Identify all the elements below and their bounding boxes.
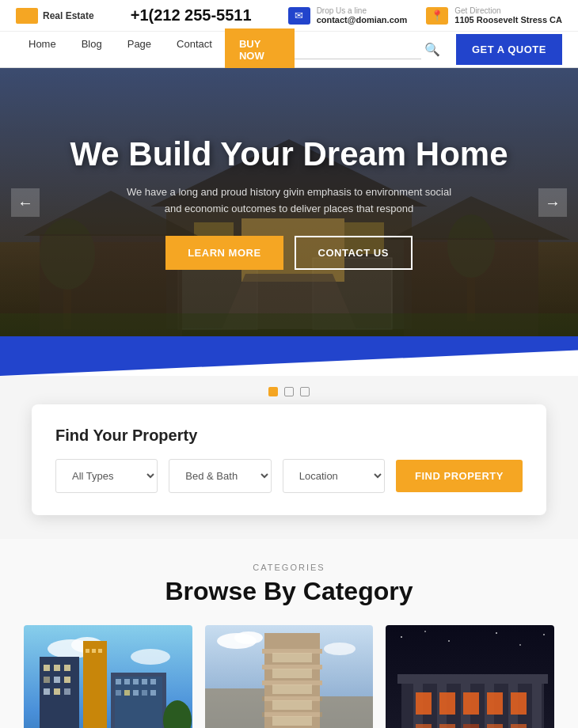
svg-rect-28 [44, 677, 50, 683]
svg-point-54 [234, 631, 263, 644]
search-panel-title: Find Your Property [55, 427, 523, 445]
svg-rect-71 [205, 688, 264, 728]
svg-rect-46 [124, 690, 130, 696]
nav-contact[interactable]: Contact [164, 28, 225, 71]
svg-point-75 [401, 636, 402, 638]
navbar: Home Blog Page Contact BUY NOW 🔍 GET A Q… [0, 32, 578, 68]
location-icon: 📍 [426, 7, 448, 25]
bed-select[interactable]: Bed & Bath 1 Bed 2 Beds 3 Beds [169, 459, 271, 493]
svg-point-78 [496, 632, 497, 634]
nav-blog[interactable]: Blog [69, 28, 115, 71]
category-item-3[interactable] [386, 625, 554, 728]
svg-rect-49 [150, 690, 156, 696]
category-image-2 [205, 625, 374, 728]
svg-rect-43 [142, 679, 147, 684]
search-input[interactable] [295, 40, 421, 59]
category-grid [24, 625, 554, 728]
email-contact: ✉ Drop Us a line contact@domian.com [288, 6, 408, 25]
hero-title: We Build Your Dream Home [70, 135, 508, 173]
svg-rect-68 [272, 716, 312, 726]
svg-rect-34 [83, 641, 107, 728]
svg-point-76 [424, 631, 426, 632]
svg-rect-25 [44, 665, 50, 671]
address-value: 1105 Roosevelt Stress CA [454, 15, 562, 25]
svg-rect-40 [116, 679, 121, 684]
top-bar: Real Estate +1(212 255-5511 ✉ Drop Us a … [0, 0, 578, 32]
phone-number: +1(212 255-5511 [131, 6, 252, 25]
search-panel: Find Your Property All Types House Apart… [32, 404, 546, 515]
nav-page[interactable]: Page [115, 28, 164, 71]
svg-rect-44 [150, 679, 156, 684]
hero-buttons: LEARN MORE CONTACT US [70, 236, 508, 270]
svg-rect-93 [511, 692, 527, 715]
contact-us-button[interactable]: CONTACT US [295, 236, 413, 270]
email-value: contact@domian.com [317, 15, 408, 25]
hero-blue-bar [0, 336, 578, 376]
search-row: All Types House Apartment Commercial Bed… [55, 459, 523, 493]
svg-rect-89 [416, 692, 432, 715]
svg-rect-67 [272, 700, 312, 710]
svg-rect-30 [64, 677, 70, 683]
hero-prev-button[interactable]: ← [11, 188, 40, 217]
hero-section: We Build Your Dream Home We have a long … [0, 68, 578, 337]
svg-point-55 [324, 643, 356, 655]
location-select[interactable]: Location New York Los Angeles Chicago [283, 459, 385, 493]
location-contact: 📍 Get Direction 1105 Roosevelt Stress CA [426, 6, 562, 25]
contact-info: ✉ Drop Us a line contact@domian.com 📍 Ge… [288, 6, 562, 25]
svg-rect-95 [439, 724, 455, 728]
svg-rect-42 [133, 679, 139, 684]
email-icon: ✉ [288, 7, 310, 25]
svg-rect-65 [272, 669, 312, 678]
svg-rect-47 [133, 690, 139, 696]
svg-rect-35 [86, 649, 89, 653]
svg-rect-37 [98, 649, 102, 653]
svg-rect-45 [116, 690, 121, 696]
categories-section: CATEGORIES Browse By Category [0, 539, 578, 728]
svg-rect-97 [487, 724, 503, 728]
logo: Real Estate [16, 8, 94, 24]
svg-rect-31 [44, 688, 50, 695]
nav-links: Home Blog Page Contact BUY NOW [16, 28, 295, 71]
nav-buy-now[interactable]: BUY NOW [225, 28, 295, 71]
svg-rect-36 [92, 649, 96, 653]
svg-point-79 [519, 644, 521, 646]
directions-label: Get Direction [454, 6, 562, 15]
nav-home[interactable]: Home [16, 28, 69, 71]
main-content: Find Your Property All Types House Apart… [0, 404, 578, 728]
hero-subtitle: We have a long and proud history givin e… [123, 184, 455, 218]
category-item-1[interactable] [24, 625, 192, 728]
svg-rect-72 [320, 696, 374, 728]
svg-rect-48 [142, 690, 147, 696]
svg-rect-92 [487, 692, 503, 715]
svg-rect-88 [532, 681, 542, 728]
type-select[interactable]: All Types House Apartment Commercial [55, 459, 158, 493]
hero-content: We Build Your Dream Home We have a long … [22, 135, 555, 271]
find-property-button[interactable]: FIND PROPERTY [396, 460, 523, 492]
svg-point-23 [131, 649, 170, 665]
category-image-3 [386, 625, 554, 728]
hero-next-button[interactable]: → [538, 188, 567, 217]
learn-more-button[interactable]: LEARN MORE [165, 236, 283, 270]
svg-rect-27 [64, 665, 70, 671]
email-label: Drop Us a line [317, 6, 408, 15]
category-item-2[interactable] [205, 625, 374, 728]
svg-rect-91 [463, 692, 479, 715]
logo-text: Real Estate [43, 10, 94, 21]
svg-rect-26 [54, 665, 60, 671]
svg-point-77 [448, 640, 450, 642]
svg-rect-94 [416, 724, 432, 728]
svg-rect-29 [54, 677, 60, 683]
svg-rect-32 [54, 688, 60, 695]
logo-icon [16, 8, 38, 24]
dot-2[interactable] [284, 387, 294, 396]
category-image-1 [24, 625, 192, 728]
nav-search-area: 🔍 [295, 39, 443, 60]
search-button[interactable]: 🔍 [421, 39, 443, 60]
svg-point-80 [543, 634, 545, 635]
quote-button[interactable]: GET A QUOTE [456, 34, 562, 65]
svg-rect-66 [272, 684, 312, 694]
dot-1[interactable] [268, 387, 278, 396]
svg-rect-64 [272, 653, 312, 662]
dot-3[interactable] [300, 387, 310, 396]
categories-title: Browse By Category [24, 577, 554, 606]
